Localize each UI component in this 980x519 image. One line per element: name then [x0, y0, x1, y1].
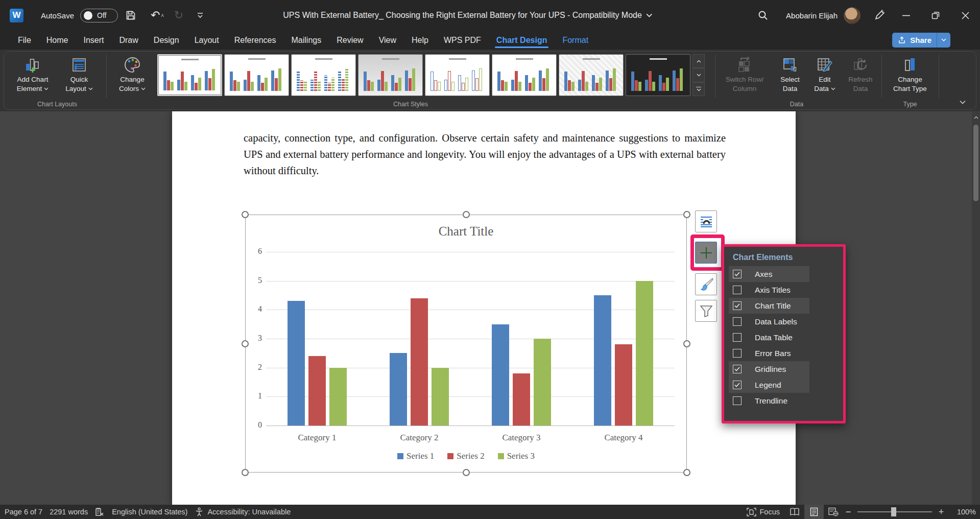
chart-element-option-chart-title[interactable]: Chart Title — [724, 298, 843, 314]
checkbox-unchecked-icon[interactable] — [733, 286, 742, 294]
change-colors-button[interactable]: Change Colors — [110, 54, 154, 99]
user-name[interactable]: Abobarin Elijah — [786, 11, 838, 20]
word-app-icon[interactable]: W — [10, 9, 23, 22]
scroll-up-button[interactable] — [972, 112, 980, 123]
chart-element-option-trendline[interactable]: Trendline — [724, 393, 843, 409]
chart-legend[interactable]: Series 1Series 2Series 3 — [246, 451, 686, 461]
checkbox-checked-icon[interactable] — [733, 301, 742, 310]
checkbox-unchecked-icon[interactable] — [733, 317, 742, 326]
web-layout-button[interactable] — [824, 505, 843, 519]
tab-insert[interactable]: Insert — [76, 31, 111, 50]
selection-handle-top-center[interactable] — [463, 211, 470, 218]
chart-element-option-axes[interactable]: Axes — [724, 266, 843, 282]
selection-handle-bottom-center[interactable] — [463, 469, 470, 476]
chart-element-option-legend[interactable]: Legend — [724, 377, 843, 393]
paragraph-text[interactable]: capacity, connection type, and configura… — [244, 130, 726, 179]
zoom-in-button[interactable]: + — [936, 507, 946, 517]
checkbox-unchecked-icon[interactable] — [733, 349, 742, 358]
chart-style-thumb[interactable] — [157, 54, 222, 96]
word-count[interactable]: 2291 words — [50, 508, 88, 516]
refresh-data-button[interactable]: Refresh Data — [843, 54, 878, 99]
selection-handle-top-left[interactable] — [242, 211, 249, 218]
chart-element-option-gridlines[interactable]: Gridlines — [724, 361, 843, 377]
zoom-slider-thumb[interactable] — [891, 507, 896, 516]
edit-data-button[interactable]: Edit Data — [808, 54, 841, 99]
add-chart-element-button[interactable]: Add Chart Element — [9, 54, 56, 99]
bar-series-1[interactable] — [288, 301, 305, 426]
accessibility-status[interactable]: Accessibility: Unavailable — [195, 507, 291, 516]
bar-series-1[interactable] — [594, 295, 611, 426]
bar-series-2[interactable] — [411, 298, 428, 426]
bar-series-1[interactable] — [390, 353, 407, 426]
selection-handle-middle-left[interactable] — [242, 340, 249, 347]
focus-mode-button[interactable]: Focus — [747, 508, 780, 516]
tab-home[interactable]: Home — [39, 31, 76, 50]
chart-title[interactable]: Chart Title — [246, 224, 686, 239]
vertical-scrollbar[interactable] — [972, 111, 980, 505]
bar-series-2[interactable] — [308, 356, 326, 426]
chart-style-thumb[interactable] — [425, 54, 490, 96]
read-mode-button[interactable] — [785, 505, 804, 519]
selection-handle-bottom-right[interactable] — [683, 469, 690, 476]
switch-row-column-button[interactable]: Switch Row/ Column — [718, 54, 771, 99]
chart-filters-button[interactable] — [695, 300, 717, 322]
zoom-out-button[interactable]: − — [843, 507, 853, 517]
redo-button[interactable]: ↻ — [170, 7, 187, 24]
selection-handle-top-right[interactable] — [683, 211, 690, 218]
share-dropdown-button[interactable] — [937, 38, 950, 42]
tab-mailings[interactable]: Mailings — [284, 31, 329, 50]
chart-style-thumb[interactable] — [224, 54, 289, 96]
bar-series-3[interactable] — [534, 339, 551, 426]
user-avatar[interactable] — [844, 7, 861, 24]
chart-element-option-axis-titles[interactable]: Axis Titles — [724, 282, 843, 298]
selection-handle-middle-right[interactable] — [683, 340, 690, 347]
select-data-button[interactable]: Select Data — [773, 54, 807, 99]
chart-style-thumb[interactable] — [291, 54, 356, 96]
minimize-button[interactable] — [891, 0, 921, 31]
tab-chart-design[interactable]: Chart Design — [489, 31, 555, 50]
tab-file[interactable]: File — [10, 31, 39, 50]
language-indicator[interactable]: English (United States) — [112, 508, 187, 516]
print-layout-button[interactable] — [804, 505, 824, 519]
collapse-ribbon-button[interactable] — [954, 97, 971, 108]
search-button[interactable] — [751, 4, 775, 27]
change-chart-type-button[interactable]: Change Chart Type — [886, 54, 935, 99]
scrollbar-thumb[interactable] — [973, 125, 978, 201]
chart-object[interactable]: Chart Title 0123456 Category 1Category 2… — [245, 215, 687, 473]
bar-series-3[interactable] — [432, 368, 449, 426]
gallery-more-button[interactable] — [692, 82, 705, 96]
tab-format[interactable]: Format — [555, 31, 596, 50]
bar-series-3[interactable] — [329, 368, 347, 426]
restore-button[interactable] — [921, 0, 950, 31]
checkbox-unchecked-icon[interactable] — [733, 396, 742, 405]
share-button[interactable]: Share — [892, 33, 950, 48]
customize-quick-access-toolbar-button[interactable] — [192, 7, 209, 24]
autosave-toggle[interactable]: Off — [80, 9, 118, 22]
tab-references[interactable]: References — [227, 31, 284, 50]
tab-layout[interactable]: Layout — [187, 31, 227, 50]
checkbox-checked-icon[interactable] — [733, 365, 742, 373]
tab-review[interactable]: Review — [329, 31, 371, 50]
chart-style-thumb[interactable] — [559, 54, 624, 96]
selection-handle-bottom-left[interactable] — [242, 469, 249, 476]
close-button[interactable] — [950, 0, 980, 31]
chart-styles-button[interactable] — [695, 273, 717, 295]
zoom-slider[interactable] — [857, 511, 932, 512]
chart-elements-button[interactable] — [695, 242, 717, 264]
gallery-scroll-up-button[interactable] — [692, 54, 705, 68]
chart-style-thumb[interactable] — [626, 54, 690, 96]
chart-element-option-error-bars[interactable]: Error Bars — [724, 345, 843, 361]
bar-series-3[interactable] — [636, 281, 653, 426]
undo-button[interactable]: ↶˄ — [149, 7, 166, 24]
tab-help[interactable]: Help — [404, 31, 436, 50]
chart-style-thumb[interactable] — [492, 54, 557, 96]
gallery-scroll-down-button[interactable] — [692, 68, 705, 82]
zoom-level[interactable]: 100% — [949, 508, 976, 516]
layout-options-button[interactable] — [695, 210, 717, 232]
page-indicator[interactable]: Page 6 of 7 — [5, 508, 42, 516]
tab-draw[interactable]: Draw — [111, 31, 146, 50]
tab-view[interactable]: View — [371, 31, 404, 50]
checkbox-checked-icon[interactable] — [733, 381, 742, 389]
tab-wps-pdf[interactable]: WPS PDF — [436, 31, 489, 50]
editing-mode-button[interactable] — [868, 4, 891, 27]
